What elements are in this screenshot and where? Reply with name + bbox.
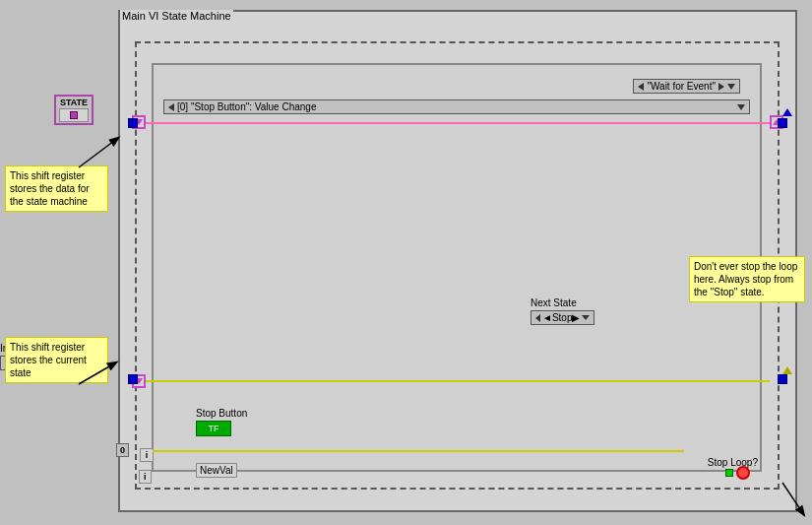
iteration-terminal: i [139, 470, 152, 484]
state-icon-inner [70, 111, 78, 119]
blue-terminal-right-bottom [778, 374, 787, 384]
next-state-label: Next State [531, 297, 594, 308]
tri-up-yellow-right-bottom [782, 366, 792, 374]
stop-nav-left [535, 314, 540, 322]
blue-terminal-right-top [778, 118, 787, 128]
wait-for-event-selector[interactable]: "Wait for Event" [633, 79, 740, 94]
state-label-box: STATE [54, 95, 94, 125]
sticky-shift-reg-state: This shift register stores the current s… [5, 337, 108, 383]
wire-yellow-main [153, 450, 684, 452]
green-dot [725, 469, 733, 477]
stop-loop-label: Stop Loop? [708, 457, 758, 468]
i-terminal: i [140, 448, 154, 462]
tri-left-icon [638, 83, 644, 91]
state-icon [59, 108, 89, 122]
vi-title: Main VI State Machine [120, 10, 233, 22]
wire-yellow-bottom [146, 380, 770, 382]
case-dropdown-arrow[interactable] [737, 104, 745, 110]
case-nav-left[interactable] [168, 103, 174, 111]
while-loop-frame: "Wait for Event" [0] "Stop Button": Valu… [135, 41, 780, 490]
newval-box: NewVal [196, 463, 237, 478]
next-state-dropdown[interactable]: ◄Stop▶ [531, 310, 594, 325]
tri-up-blue-right-top [782, 108, 792, 116]
sticky-dont-stop: Don't ever stop the loop here. Always st… [689, 256, 805, 302]
next-state-area: Next State ◄Stop▶ [531, 297, 594, 325]
stop-button-label: Stop Button [196, 408, 247, 419]
stop-button-area: Stop Button TF [196, 408, 247, 436]
iter-num-box: 0 [116, 443, 129, 457]
i-label: i [146, 450, 149, 460]
blue-terminal-left-top [128, 118, 138, 128]
event-case-label: [0] "Stop Button": Value Change [177, 101, 316, 112]
stop-button-indicator[interactable]: TF [196, 421, 231, 436]
svg-line-0 [79, 138, 118, 167]
event-case-selector[interactable]: [0] "Stop Button": Value Change [163, 99, 750, 114]
sticky-shift-reg-data: This shift register stores the data for … [5, 165, 108, 212]
stop-label: ◄Stop▶ [542, 312, 580, 323]
tri-down-icon [727, 84, 735, 90]
main-container: Main VI State Machine "Wait for Event" [… [0, 0, 812, 525]
stop-dropdown-arrow [582, 315, 590, 320]
stop-terminal[interactable] [736, 466, 750, 480]
tri-right-icon [718, 83, 724, 91]
wire-pink-top [146, 122, 770, 124]
blue-terminal-left-bottom [128, 374, 138, 384]
